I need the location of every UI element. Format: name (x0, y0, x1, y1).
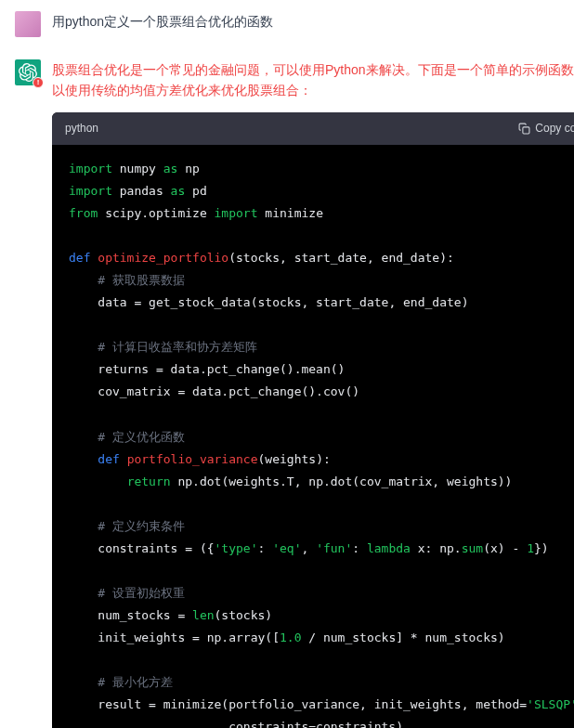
assistant-intro-text: 股票组合优化是一个常见的金融问题，可以使用Python来解决。下面是一个简单的示… (52, 59, 574, 101)
code-language-label: python (65, 120, 98, 137)
code-header: python Copy code (52, 112, 574, 145)
code-body: import numpy as np import pandas as pd f… (52, 145, 574, 728)
alert-badge: ! (33, 77, 44, 88)
assistant-message-content: 股票组合优化是一个常见的金融问题，可以使用Python来解决。下面是一个简单的示… (52, 59, 574, 728)
user-avatar (15, 11, 41, 37)
user-message-row: 用python定义一个股票组合优化的函数 (0, 0, 574, 48)
svg-rect-0 (523, 127, 529, 134)
copy-code-label: Copy code (535, 120, 574, 137)
copy-code-button[interactable]: Copy code (518, 120, 574, 137)
assistant-avatar: ! (15, 59, 41, 85)
code-block: python Copy code import numpy as np impo… (52, 112, 574, 728)
clipboard-icon (518, 123, 530, 135)
assistant-message-row: ! 股票组合优化是一个常见的金融问题，可以使用Python来解决。下面是一个简单… (0, 48, 574, 728)
user-message-text: 用python定义一个股票组合优化的函数 (52, 11, 559, 37)
